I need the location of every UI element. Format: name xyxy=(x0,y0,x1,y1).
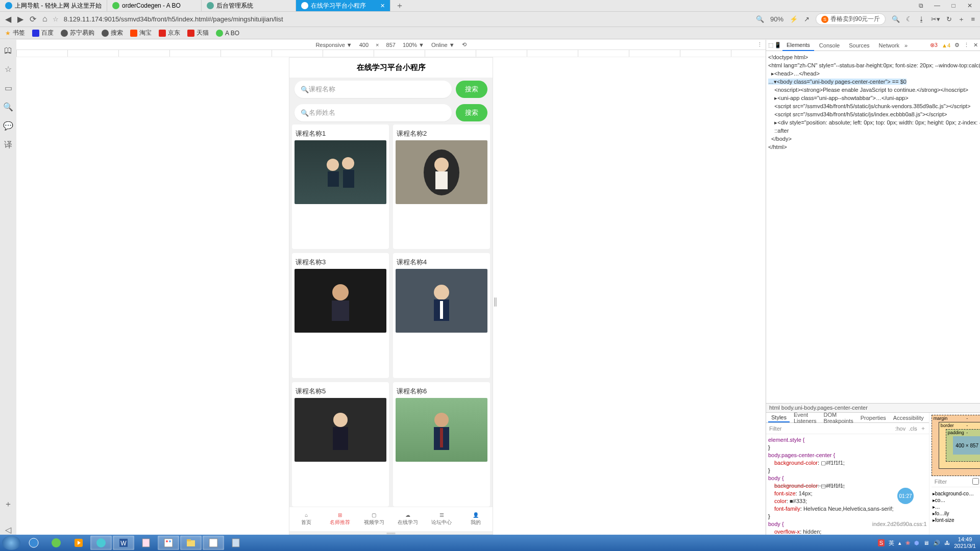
read-later-icon[interactable]: 🕮 xyxy=(4,46,12,55)
back-icon[interactable]: ◀ xyxy=(5,14,11,24)
computed-filter[interactable]: Filter xyxy=(935,479,947,485)
inspect-icon[interactable]: ⬚ xyxy=(768,42,773,48)
dt-tab-console[interactable]: Console xyxy=(815,40,844,51)
forward-icon[interactable]: ▶ xyxy=(17,14,23,24)
course-card[interactable]: 课程名称5 xyxy=(292,382,389,507)
sub-tab-props[interactable]: Properties xyxy=(857,414,889,422)
tab-0[interactable]: 上网导航 - 轻快上网 从这里开始 xyxy=(0,0,107,11)
home-icon[interactable]: ⌂ xyxy=(42,14,47,24)
tabbar-online[interactable]: ☁在线学习 xyxy=(391,507,425,531)
task-word[interactable]: W xyxy=(113,536,134,550)
device-menu-icon[interactable]: ⋮ xyxy=(757,41,763,48)
close-window-icon[interactable]: ✕ xyxy=(965,2,975,9)
zoom-icon[interactable]: 🔍 xyxy=(756,15,764,23)
hov-toggle[interactable]: :hov xyxy=(895,425,905,432)
task-paint[interactable] xyxy=(158,536,179,550)
dt-close-icon[interactable]: ✕ xyxy=(973,42,978,48)
dt-settings-icon[interactable]: ⚙ xyxy=(954,42,960,48)
network-icon[interactable]: 🖧 xyxy=(944,540,950,546)
tabbar-video[interactable]: ▢视频学习 xyxy=(357,507,391,531)
bookmark-tmall[interactable]: 天猫 xyxy=(187,29,209,37)
device-zoom[interactable]: 100% ▼ xyxy=(403,42,424,48)
error-badge[interactable]: ⊗3 xyxy=(930,42,938,48)
flash-icon[interactable]: ⚡ xyxy=(790,15,798,23)
add-icon[interactable]: ＋ xyxy=(958,15,965,24)
task-ie[interactable] xyxy=(23,536,44,550)
clock[interactable]: 14:49 2021/3/1 xyxy=(954,536,976,549)
sogou-search[interactable]: S 香椿卖到90元一斤 xyxy=(816,13,886,25)
device-height[interactable]: 857 xyxy=(386,42,396,48)
search-button-1[interactable]: 搜索 xyxy=(456,81,487,98)
tabbar-mine[interactable]: 👤我的 xyxy=(459,507,493,531)
task-explorer[interactable] xyxy=(180,536,202,550)
tray-icon[interactable]: ❀ xyxy=(905,540,910,546)
close-icon[interactable]: ✕ xyxy=(380,3,385,9)
rotate-icon[interactable]: ⟲ xyxy=(462,41,467,48)
device-toggle-icon[interactable]: 📱 xyxy=(774,42,781,48)
elements-tree[interactable]: <!doctype html> <html lang="zh-CN" style… xyxy=(766,51,980,403)
tabbar-teachers[interactable]: ⊞名师推荐 xyxy=(323,507,357,531)
bookmark-suning[interactable]: 苏宁易购 xyxy=(61,29,94,37)
task-notes[interactable] xyxy=(135,536,157,550)
ime-indicator[interactable]: S xyxy=(878,539,885,546)
resize-handle[interactable]: ∥ xyxy=(493,296,498,307)
collapse-icon[interactable]: ◁ xyxy=(5,525,11,535)
more-tabs-icon[interactable]: » xyxy=(904,42,908,48)
device-throttle[interactable]: Online ▼ xyxy=(431,42,455,48)
course-card[interactable]: 课程名称2 xyxy=(393,124,490,249)
task-video[interactable] xyxy=(68,536,89,550)
ime-lang[interactable]: 英 xyxy=(889,539,894,547)
tab-2[interactable]: 后台管理系统 xyxy=(202,0,296,11)
search-side-icon[interactable]: 🔍 xyxy=(3,102,13,112)
box-model[interactable]: margin- border- padding- 400 × 857 xyxy=(932,415,980,476)
bookmarks-menu[interactable]: ★书签 xyxy=(5,29,25,37)
volume-icon[interactable]: 🔊 xyxy=(933,540,940,546)
start-button[interactable] xyxy=(2,536,20,550)
course-card[interactable]: 课程名称3 xyxy=(292,253,389,378)
search-button-2[interactable]: 搜索 xyxy=(456,104,487,121)
show-all-checkbox[interactable] xyxy=(972,478,979,485)
course-search-input[interactable]: 🔍 课程名称 xyxy=(295,81,452,98)
task-app[interactable] xyxy=(203,536,224,550)
cls-toggle[interactable]: .cls xyxy=(909,425,917,432)
book-icon[interactable]: ▭ xyxy=(5,83,12,93)
favorite-icon[interactable]: ☆ xyxy=(53,15,59,23)
new-tab-button[interactable]: ＋ xyxy=(390,1,409,11)
task-notepad[interactable] xyxy=(225,536,247,550)
device-width[interactable]: 400 xyxy=(359,42,369,48)
bookmark-jd[interactable]: 京东 xyxy=(159,29,180,37)
scissors-icon[interactable]: ✂▾ xyxy=(931,15,940,23)
picture-in-picture-icon[interactable]: ⧉ xyxy=(916,2,926,9)
task-browser[interactable] xyxy=(45,536,67,550)
warning-badge[interactable]: ▲4 xyxy=(942,42,950,48)
dt-tab-network[interactable]: Network xyxy=(875,40,903,51)
css-rules[interactable]: element.style {}…body.pages-center-cente… xyxy=(766,434,929,535)
maximize-icon[interactable]: □ xyxy=(948,2,959,9)
dt-tab-elements[interactable]: Elements xyxy=(782,40,814,51)
course-card[interactable]: 课程名称1 xyxy=(292,124,389,249)
tab-1[interactable]: orderCodegen - A BO xyxy=(107,0,202,11)
course-card[interactable]: 课程名称4 xyxy=(393,253,490,378)
tabbar-forum[interactable]: ☰论坛中心 xyxy=(425,507,458,531)
url-input[interactable]: 8.129.11.174:9015/ssmvd34b/front/h5/inde… xyxy=(64,15,751,23)
add-ext-icon[interactable]: ＋ xyxy=(4,499,12,510)
new-rule-icon[interactable]: ＋ xyxy=(920,424,926,432)
dt-tab-sources[interactable]: Sources xyxy=(845,40,873,51)
course-card[interactable]: 课程名称6 xyxy=(393,382,490,507)
star-icon[interactable]: ☆ xyxy=(5,64,12,74)
undo-icon[interactable]: ↻ xyxy=(946,15,952,23)
tray-icon[interactable]: ⬢ xyxy=(914,540,919,546)
dt-menu-icon[interactable]: ⋮ xyxy=(964,42,969,48)
resize-grip[interactable]: ═══ xyxy=(289,531,493,534)
tray-icon[interactable]: 🖥 xyxy=(923,540,929,546)
task-360[interactable] xyxy=(90,536,112,550)
bookmark-search[interactable]: 搜索 xyxy=(102,29,123,37)
download-icon[interactable]: ⭳ xyxy=(918,15,925,23)
teacher-search-input[interactable]: 🔍 名师姓名 xyxy=(295,104,452,121)
chat-icon[interactable]: 💬 xyxy=(3,121,13,131)
minimize-icon[interactable]: — xyxy=(932,2,942,9)
moon-icon[interactable]: ☾ xyxy=(906,15,912,23)
sub-tab-a11y[interactable]: Accessibility xyxy=(890,414,927,422)
translate-icon[interactable]: 译 xyxy=(4,140,12,151)
styles-filter[interactable]: Filter xyxy=(769,425,781,432)
